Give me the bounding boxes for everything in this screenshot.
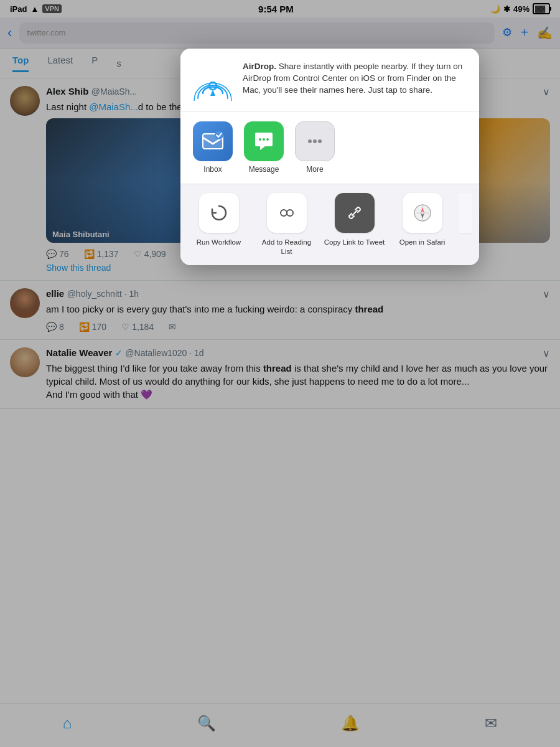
open-safari-icon-wrap [403, 193, 442, 233]
action-open-safari[interactable]: Open in Safari [391, 193, 453, 256]
inbox-app-icon [193, 121, 233, 161]
more-app-icon [295, 121, 335, 161]
copy-link-label: Copy Link to Tweet [324, 238, 385, 247]
open-safari-label: Open in Safari [399, 238, 446, 247]
svg-marker-1 [210, 90, 215, 96]
svg-point-12 [287, 210, 293, 216]
app-more[interactable]: More [295, 121, 335, 174]
message-label: Message [249, 165, 279, 174]
svg-point-11 [281, 210, 287, 216]
svg-point-10 [318, 139, 322, 143]
run-workflow-icon-wrap [199, 193, 239, 233]
next-partial-icon [459, 193, 472, 233]
more-label: More [306, 165, 323, 174]
airdrop-title: AirDrop. [243, 62, 276, 71]
action-next-partial [459, 193, 472, 256]
app-message[interactable]: Message [244, 121, 284, 174]
action-copy-link[interactable]: Copy Link to Tweet [324, 193, 385, 256]
svg-point-9 [313, 139, 317, 143]
svg-point-7 [266, 138, 269, 141]
inbox-label: Inbox [203, 165, 222, 174]
apps-row: Inbox Message M [180, 111, 479, 184]
run-workflow-label: Run Workflow [197, 238, 241, 247]
svg-point-6 [263, 138, 265, 141]
airdrop-icon [193, 61, 233, 101]
share-sheet: AirDrop. Share instantly with people nea… [180, 49, 479, 265]
airdrop-description: AirDrop. Share instantly with people nea… [243, 61, 467, 96]
action-add-reading[interactable]: Add to Reading List [256, 193, 317, 256]
svg-point-5 [259, 138, 261, 141]
app-inbox[interactable]: Inbox [193, 121, 233, 174]
add-reading-label: Add to Reading List [256, 238, 317, 256]
message-app-icon [244, 121, 284, 161]
airdrop-section: AirDrop. Share instantly with people nea… [180, 49, 479, 111]
actions-row: Run Workflow Add to Reading List Copy [180, 184, 479, 265]
add-reading-icon-wrap [267, 193, 307, 233]
copy-link-icon-wrap [335, 193, 375, 233]
svg-point-8 [308, 139, 312, 143]
action-run-workflow[interactable]: Run Workflow [188, 193, 250, 256]
